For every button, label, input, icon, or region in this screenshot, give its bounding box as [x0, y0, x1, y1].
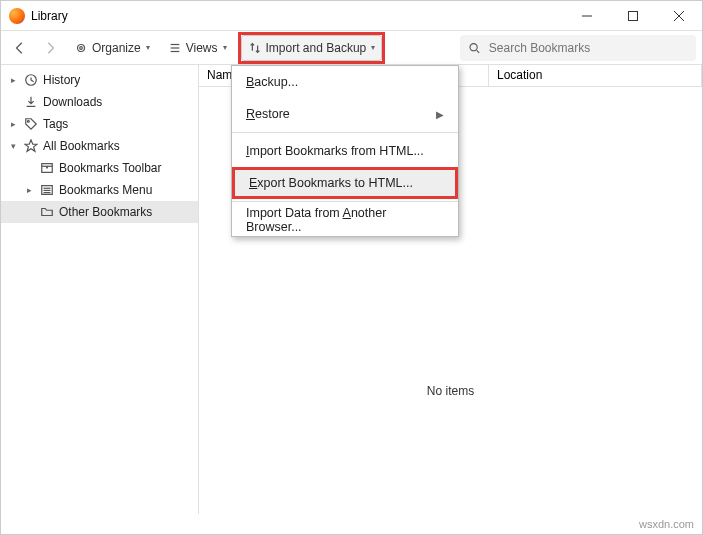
- svg-line-10: [477, 50, 479, 52]
- sidebar-label: Tags: [43, 117, 68, 131]
- sidebar-label: All Bookmarks: [43, 139, 120, 153]
- gear-icon: [74, 41, 88, 55]
- download-icon: [23, 94, 39, 110]
- svg-point-9: [470, 43, 477, 50]
- menu-icon: [39, 182, 55, 198]
- organize-button[interactable]: Organize ▾: [67, 35, 157, 61]
- close-button[interactable]: [656, 1, 702, 31]
- sidebar: ▸ History Downloads ▸ Tags ▾ All Bookmar…: [1, 65, 199, 514]
- import-backup-menu: Backup... Restore ▶ Import Bookmarks fro…: [231, 65, 459, 237]
- sidebar-item-bookmarks-menu[interactable]: ▸ Bookmarks Menu: [1, 179, 198, 201]
- chevron-down-icon: ▾: [371, 43, 375, 52]
- forward-button[interactable]: [37, 35, 63, 61]
- svg-rect-1: [629, 11, 638, 20]
- menu-backup[interactable]: Backup...: [232, 66, 458, 98]
- views-label: Views: [186, 41, 218, 55]
- import-backup-highlight: Import and Backup ▾: [238, 32, 386, 64]
- sidebar-item-history[interactable]: ▸ History: [1, 69, 198, 91]
- twisty-icon[interactable]: ▸: [7, 119, 19, 129]
- menu-import-browser[interactable]: Import Data from Another Browser...: [232, 204, 458, 236]
- import-backup-button[interactable]: Import and Backup ▾: [241, 35, 383, 61]
- twisty-icon[interactable]: ▾: [7, 141, 19, 151]
- minimize-button[interactable]: [564, 1, 610, 31]
- svg-point-4: [78, 44, 85, 51]
- title-bar: Library: [1, 1, 702, 31]
- back-button[interactable]: [7, 35, 33, 61]
- updown-icon: [248, 41, 262, 55]
- window-buttons: [564, 1, 702, 31]
- window-title: Library: [31, 9, 564, 23]
- sidebar-label: Bookmarks Toolbar: [59, 161, 162, 175]
- menu-label: Import Data from Another Browser...: [246, 206, 444, 234]
- empty-message: No items: [427, 384, 474, 398]
- sidebar-label: History: [43, 73, 80, 87]
- list-icon: [168, 41, 182, 55]
- sidebar-label: Other Bookmarks: [59, 205, 152, 219]
- sidebar-item-other-bookmarks[interactable]: Other Bookmarks: [1, 201, 198, 223]
- menu-import-html[interactable]: Import Bookmarks from HTML...: [232, 135, 458, 167]
- twisty-icon[interactable]: ▸: [23, 185, 35, 195]
- sidebar-item-downloads[interactable]: Downloads: [1, 91, 198, 113]
- clock-icon: [23, 72, 39, 88]
- sidebar-label: Downloads: [43, 95, 102, 109]
- menu-separator: [232, 132, 458, 133]
- import-backup-label: Import and Backup: [266, 41, 367, 55]
- menu-label: Import Bookmarks from HTML...: [246, 144, 424, 158]
- menu-label: Export Bookmarks to HTML...: [249, 176, 413, 190]
- menu-separator: [232, 201, 458, 202]
- search-box[interactable]: [460, 35, 696, 61]
- app-icon: [9, 8, 25, 24]
- folder-icon: [39, 204, 55, 220]
- organize-label: Organize: [92, 41, 141, 55]
- menu-label: Backup...: [246, 75, 298, 89]
- tag-icon: [23, 116, 39, 132]
- sidebar-label: Bookmarks Menu: [59, 183, 152, 197]
- sidebar-item-all-bookmarks[interactable]: ▾ All Bookmarks: [1, 135, 198, 157]
- sidebar-item-bookmarks-toolbar[interactable]: Bookmarks Toolbar: [1, 157, 198, 179]
- submenu-arrow-icon: ▶: [436, 109, 444, 120]
- menu-restore[interactable]: Restore ▶: [232, 98, 458, 130]
- maximize-button[interactable]: [610, 1, 656, 31]
- column-location[interactable]: Location: [489, 65, 702, 86]
- watermark: wsxdn.com: [639, 518, 694, 530]
- chevron-down-icon: ▾: [223, 43, 227, 52]
- search-input[interactable]: [487, 40, 688, 56]
- views-button[interactable]: Views ▾: [161, 35, 234, 61]
- toolbar: Organize ▾ Views ▾ Import and Backup ▾: [1, 31, 702, 65]
- menu-label: Restore: [246, 107, 290, 121]
- twisty-icon[interactable]: ▸: [7, 75, 19, 85]
- star-icon: [23, 138, 39, 154]
- chevron-down-icon: ▾: [146, 43, 150, 52]
- menu-export-html[interactable]: Export Bookmarks to HTML...: [232, 167, 458, 199]
- search-icon: [468, 41, 481, 55]
- svg-point-5: [80, 46, 83, 49]
- sidebar-item-tags[interactable]: ▸ Tags: [1, 113, 198, 135]
- svg-point-13: [28, 121, 30, 123]
- toolbar-icon: [39, 160, 55, 176]
